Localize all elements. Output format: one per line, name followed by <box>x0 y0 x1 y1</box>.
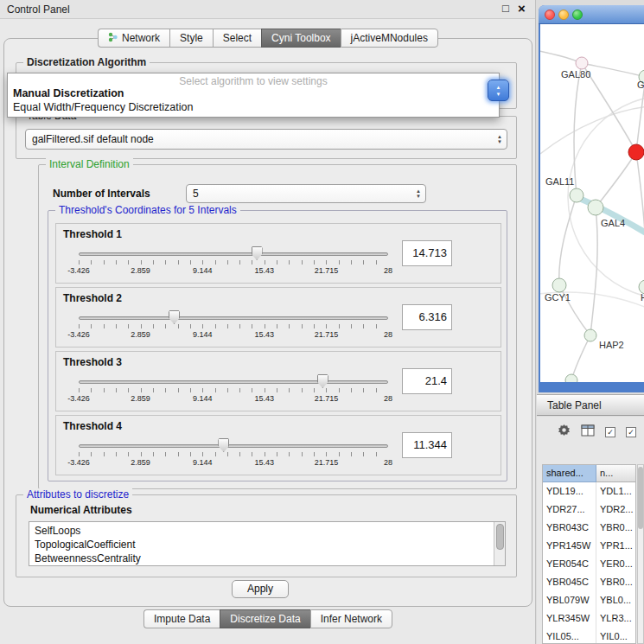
tab-discretize-data[interactable]: Discretize Data <box>220 609 309 628</box>
network-node[interactable] <box>565 374 577 382</box>
threshold-1-label: Threshold 1 <box>63 228 122 240</box>
combo-stepper-icon[interactable]: ▲▼ <box>497 134 502 144</box>
cell[interactable]: YBR0... <box>596 573 635 591</box>
table-row[interactable]: YBR045CYBR0... <box>543 573 635 591</box>
node-label-partial-ga[interactable]: GA <box>637 80 644 90</box>
tab-select[interactable]: Select <box>213 29 261 48</box>
table-row[interactable]: YER054CYER0... <box>543 555 635 573</box>
table-row[interactable]: YBL079WYBL0... <box>543 591 635 609</box>
column-header-shared-name[interactable]: shared... <box>543 465 596 482</box>
apply-button[interactable]: Apply <box>232 580 289 598</box>
tab-style[interactable]: Style <box>169 29 213 48</box>
select-all-checkbox-icon[interactable]: ✓ <box>605 427 615 437</box>
table-scrollbar[interactable] <box>637 464 644 644</box>
network-node[interactable] <box>552 278 566 292</box>
column-visibility-icon[interactable] <box>581 424 595 440</box>
cell[interactable]: YLR3... <box>596 609 635 628</box>
numerical-attributes-list: SelfLoops TopologicalCoefficient Between… <box>29 521 506 566</box>
column-header-name[interactable]: n... <box>596 465 635 482</box>
cell[interactable]: YBR0... <box>596 519 635 537</box>
slider-thumb[interactable] <box>252 246 263 260</box>
tab-infer-network[interactable]: Infer Network <box>310 609 392 628</box>
algorithm-combo-stepper[interactable]: ▲ ▼ <box>488 80 509 101</box>
tick-label: 21.715 <box>315 330 339 339</box>
threshold-4-value-field[interactable]: 11.344 <box>402 432 452 458</box>
slider-thumb[interactable] <box>317 374 328 388</box>
zoom-traffic-light[interactable] <box>572 10 583 20</box>
threshold-2-value-field[interactable]: 6.316 <box>402 304 452 330</box>
cell[interactable]: YPR1... <box>596 537 635 555</box>
number-of-intervals-combo[interactable]: 5 ▲▼ <box>186 184 426 203</box>
dropdown-option-equal-width[interactable]: Equal Width/Frequency Discretization <box>8 100 499 114</box>
tab-jactivemnodules[interactable]: jActiveMNodules <box>341 29 438 48</box>
table-data-combo[interactable]: galFiltered.sif default node ▲▼ <box>25 129 507 150</box>
cell[interactable]: YIL05... <box>543 628 596 644</box>
table-row[interactable]: YDR27...YDR2... <box>543 501 635 519</box>
cell[interactable]: YPR145W <box>543 537 596 555</box>
attributes-list-scrollbar[interactable] <box>494 522 505 565</box>
node-label-partial-h[interactable]: H <box>641 292 644 303</box>
slider-track[interactable] <box>79 444 388 448</box>
threshold-1-value-field[interactable]: 14.713 <box>402 240 452 266</box>
filter-checkbox-icon[interactable]: ✓ <box>626 427 636 437</box>
table-row[interactable]: YDL19...YDL1... <box>543 482 635 501</box>
node-label-gal80[interactable]: GAL80 <box>561 69 590 80</box>
close-traffic-light[interactable] <box>545 10 555 20</box>
list-item[interactable]: SelfLoops <box>29 522 505 538</box>
list-item[interactable]: TopologicalCoefficient <box>29 538 505 552</box>
slider-track[interactable] <box>79 316 388 320</box>
threshold-3-slider[interactable]: -3.426 2.859 9.144 15.43 21.715 28 <box>79 374 388 409</box>
slider-track[interactable] <box>79 252 388 256</box>
network-node[interactable] <box>570 188 583 202</box>
combo-stepper-icon[interactable]: ▲▼ <box>416 188 421 199</box>
dropdown-option-manual[interactable]: Manual Discretization <box>8 86 499 100</box>
float-window-icon[interactable]: □ <box>502 2 509 15</box>
cell[interactable]: YIL0... <box>596 628 635 644</box>
cell[interactable]: YDL19... <box>543 482 596 501</box>
network-node[interactable] <box>576 57 588 69</box>
cell[interactable]: YBR043C <box>543 519 596 537</box>
network-node[interactable] <box>584 329 596 341</box>
threshold-3-value-field[interactable]: 21.4 <box>402 368 452 394</box>
cell[interactable]: YDR27... <box>543 501 596 519</box>
node-label-hap2[interactable]: HAP2 <box>599 340 624 350</box>
tab-cyni-toolbox[interactable]: Cyni Toolbox <box>261 29 340 48</box>
cell[interactable]: YBR045C <box>543 573 596 591</box>
node-label-gal11[interactable]: GAL11 <box>545 176 574 187</box>
tab-impute-data[interactable]: Impute Data <box>143 609 220 628</box>
node-label-gcy1[interactable]: GCY1 <box>545 292 571 303</box>
table-row[interactable]: YLR345WYLR3... <box>543 609 635 628</box>
node-label-gal4[interactable]: GAL4 <box>601 218 625 228</box>
threshold-2-slider[interactable]: -3.426 2.859 9.144 15.43 21.715 28 <box>79 310 388 345</box>
network-canvas[interactable]: GAL80 GAL11 GAL4 GCY1 HAP2 GA H <box>540 24 644 382</box>
threshold-4-slider[interactable]: -3.426 2.859 9.144 15.43 21.715 28 <box>79 438 388 473</box>
minimize-traffic-light[interactable] <box>558 10 569 20</box>
table-row[interactable]: YBR043CYBR0... <box>543 519 635 537</box>
table-row[interactable]: YIL05...YIL0... <box>543 628 635 644</box>
list-item[interactable]: BetweennessCentrality <box>29 552 505 565</box>
slider-track[interactable] <box>79 380 388 384</box>
numerical-attributes-label: Numerical Attributes <box>30 504 132 516</box>
cell[interactable]: YER054C <box>543 555 596 573</box>
cell[interactable]: YDR2... <box>596 501 635 519</box>
cell[interactable]: YBL0... <box>596 591 635 609</box>
network-window-titlebar[interactable] <box>539 5 644 24</box>
slider-thumb[interactable] <box>218 438 229 452</box>
cell[interactable]: YLR345W <box>543 609 596 628</box>
slider-thumb[interactable] <box>169 310 180 324</box>
selected-network-node[interactable] <box>628 144 644 160</box>
scrollbar-thumb[interactable] <box>496 524 504 550</box>
cell[interactable]: YDL1... <box>596 482 635 501</box>
dropdown-placeholder: Select algorithm to view settings <box>8 73 499 86</box>
settings-gear-icon[interactable] <box>558 424 571 440</box>
network-node[interactable] <box>588 200 603 215</box>
cell[interactable]: YBL079W <box>543 591 596 609</box>
table-row[interactable]: YPR145WYPR1... <box>543 537 635 555</box>
table-panel-title: Table Panel <box>547 399 602 411</box>
slider-ticks <box>79 324 388 328</box>
cell[interactable]: YER0... <box>596 555 635 573</box>
scrollbar-thumb[interactable] <box>638 467 643 529</box>
threshold-1-slider[interactable]: -3.426 2.859 9.144 15.43 21.715 28 <box>79 246 388 281</box>
close-icon[interactable]: × <box>518 1 526 16</box>
tab-network[interactable]: Network <box>98 29 169 48</box>
